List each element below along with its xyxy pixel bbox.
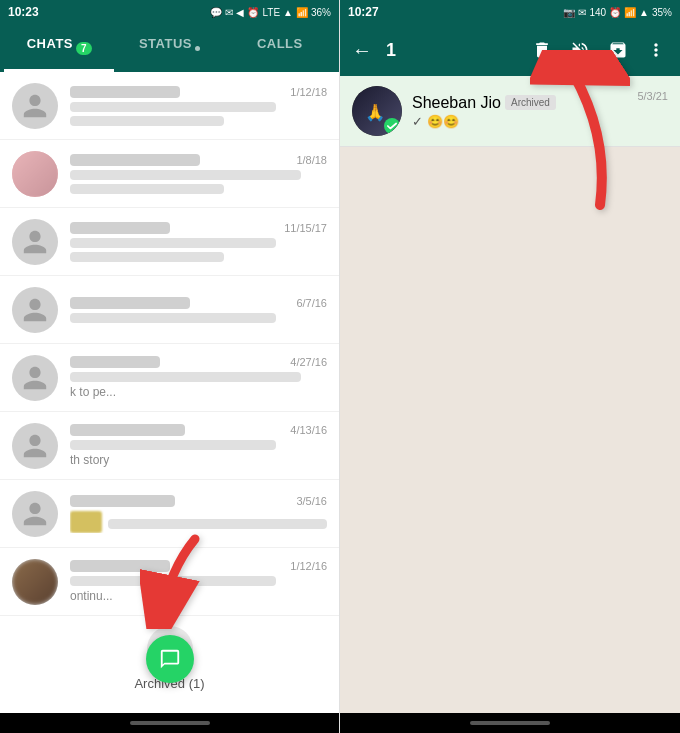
chat-preview-2 <box>70 116 224 126</box>
chat-preview <box>70 313 276 323</box>
chat-area <box>340 147 680 713</box>
list-item[interactable]: 1/8/18 <box>0 140 339 208</box>
chat-content: 6/7/16 <box>70 297 327 323</box>
chat-name <box>70 154 200 166</box>
location-icon: ◀ <box>236 7 244 18</box>
chat-preview-text: th story <box>70 453 109 467</box>
chat-preview <box>70 170 301 180</box>
chat-date: 11/15/17 <box>284 222 327 234</box>
selected-chat-preview: ✓ 😊😊 <box>412 114 637 129</box>
new-chat-fab[interactable] <box>146 635 194 683</box>
selected-avatar: 🙏 <box>352 86 402 136</box>
home-indicator-right <box>470 721 550 725</box>
chat-list: 1/12/18 1/8/18 <box>0 72 339 713</box>
alarm-icon-r: ⏰ <box>609 7 621 18</box>
tab-chats[interactable]: CHATS 7 <box>4 24 114 72</box>
chat-date: 1/8/18 <box>296 154 327 166</box>
nav-bar-left: CHATS 7 STATUS CALLS <box>0 24 339 72</box>
chat-name <box>70 86 180 98</box>
chat-preview <box>70 238 276 248</box>
selected-chat-content: Sheeban Jio Archived ✓ 😊😊 <box>412 94 637 129</box>
left-time: 10:23 <box>8 5 39 19</box>
avatar <box>12 491 58 537</box>
action-bar-right: ← 1 <box>340 24 680 76</box>
archive-button[interactable] <box>602 34 634 66</box>
right-status-icons: 📷 ✉ 140 ⏰ 📶 ▲ 35% <box>563 7 672 18</box>
chat-content: 4/27/16 k to pe... <box>70 356 327 400</box>
list-item[interactable]: 4/13/16 th story <box>0 412 339 480</box>
status-bar-right: 10:27 📷 ✉ 140 ⏰ 📶 ▲ 35% <box>340 0 680 24</box>
selected-chat-item[interactable]: 🙏 Sheeban Jio Archived ✓ 😊😊 5/3/21 <box>340 76 680 147</box>
avatar <box>12 559 58 605</box>
chat-name <box>70 356 160 368</box>
left-status-icons: 💬 ✉ ◀ ⏰ LTE ▲ 📶 36% <box>210 7 331 18</box>
chat-date: 4/27/16 <box>290 356 327 368</box>
whatsapp-icon: 💬 <box>210 7 222 18</box>
chat-date: 6/7/16 <box>296 297 327 309</box>
home-indicator <box>130 721 210 725</box>
list-item[interactable]: 1/12/18 <box>0 72 339 140</box>
lte-icon: LTE <box>262 7 280 18</box>
chat-content: 1/12/16 ontinu... <box>70 560 327 604</box>
avatar <box>12 287 58 333</box>
list-item[interactable]: 6/7/16 <box>0 276 339 344</box>
chat-preview <box>70 372 301 382</box>
avatar <box>12 83 58 129</box>
chat-name <box>70 297 190 309</box>
bottom-bar-right <box>340 713 680 733</box>
list-item[interactable]: 3/5/16 <box>0 480 339 548</box>
avatar <box>12 423 58 469</box>
chat-content: 4/13/16 th story <box>70 424 327 468</box>
chat-preview <box>70 440 276 450</box>
chat-content: 1/12/18 <box>70 86 327 126</box>
chat-name <box>70 560 170 572</box>
chat-name <box>70 495 175 507</box>
list-item[interactable]: 4/27/16 k to pe... <box>0 344 339 412</box>
chat-preview-2 <box>70 252 224 262</box>
chat-content: 11/15/17 <box>70 222 327 262</box>
tab-status[interactable]: STATUS <box>114 24 224 72</box>
message-icon: ✉ <box>225 7 233 18</box>
more-button[interactable] <box>640 34 672 66</box>
mail-icon: ✉ <box>578 7 586 18</box>
chat-date: 1/12/18 <box>290 86 327 98</box>
alarm-icon: ⏰ <box>247 7 259 18</box>
chat-date: 4/13/16 <box>290 424 327 436</box>
chat-name <box>70 222 170 234</box>
status-dot <box>195 46 200 51</box>
left-panel: 10:23 💬 ✉ ◀ ⏰ LTE ▲ 📶 36% CHATS 7 STATUS… <box>0 0 340 733</box>
chat-preview <box>108 519 327 529</box>
tab-calls[interactable]: CALLS <box>225 24 335 72</box>
chats-badge: 7 <box>76 42 92 55</box>
avatar <box>12 151 58 197</box>
archived-badge: Archived <box>505 95 556 110</box>
signal-icon: ▲ <box>283 7 293 18</box>
chat-preview <box>70 102 276 112</box>
status-bar-left: 10:23 💬 ✉ ◀ ⏰ LTE ▲ 📶 36% <box>0 0 339 24</box>
battery-right: 35% <box>652 7 672 18</box>
delete-button[interactable] <box>526 34 558 66</box>
list-item[interactable]: 1/12/16 ontinu... <box>0 548 339 616</box>
avatar <box>12 219 58 265</box>
selected-chat-date: 5/3/21 <box>637 90 668 102</box>
list-item[interactable]: 11/15/17 <box>0 208 339 276</box>
checkmark <box>384 118 400 134</box>
chat-preview-text: ontinu... <box>70 589 113 603</box>
bottom-bar-left <box>0 713 339 733</box>
chat-preview <box>70 576 276 586</box>
back-button[interactable]: ← <box>348 35 376 66</box>
chat-date: 1/12/16 <box>290 560 327 572</box>
wifi-icon: 📶 <box>296 7 308 18</box>
chat-content: 3/5/16 <box>70 495 327 533</box>
right-time: 10:27 <box>348 5 379 19</box>
chat-content: 1/8/18 <box>70 154 327 194</box>
svg-text:🙏: 🙏 <box>365 102 386 123</box>
right-panel: 10:27 📷 ✉ 140 ⏰ 📶 ▲ 35% ← 1 <box>340 0 680 733</box>
mute-button[interactable] <box>564 34 596 66</box>
chat-icon <box>159 648 181 670</box>
avatar <box>12 355 58 401</box>
chat-preview-text: k to pe... <box>70 385 116 399</box>
selected-chat-name: Sheeban Jio <box>412 94 501 112</box>
chat-preview-2 <box>70 184 224 194</box>
wifi-icon-r: 📶 <box>624 7 636 18</box>
